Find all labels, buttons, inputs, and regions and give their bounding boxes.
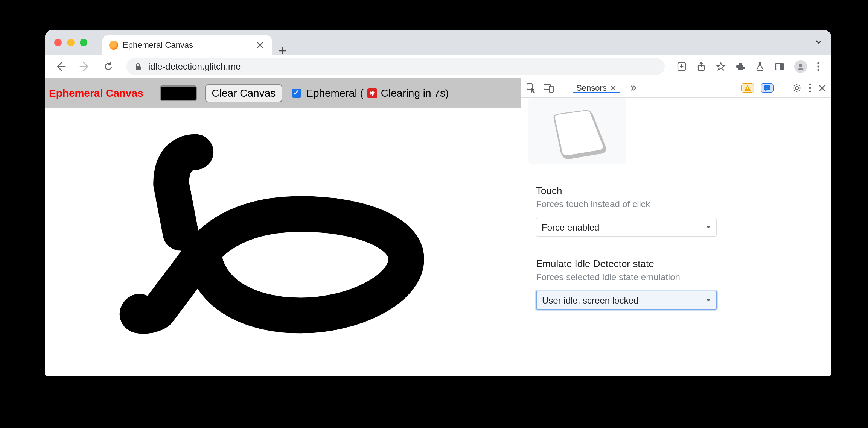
devtools-panel: Sensors xyxy=(521,78,831,376)
labs-icon[interactable] xyxy=(755,62,765,71)
svg-point-7 xyxy=(817,65,819,67)
bookmark-icon[interactable] xyxy=(716,62,726,71)
idle-state-select[interactable]: User idle, screen locked xyxy=(536,291,717,310)
tab-sensors[interactable]: Sensors xyxy=(574,83,618,93)
forward-button[interactable] xyxy=(77,59,93,74)
issues-warning-badge[interactable] xyxy=(741,83,754,93)
url-text: idle-detection.glitch.me xyxy=(148,61,241,72)
address-bar: idle-detection.glitch.me xyxy=(45,55,831,78)
svg-point-6 xyxy=(817,62,819,64)
menu-button[interactable] xyxy=(817,62,820,71)
svg-point-19 xyxy=(809,87,811,89)
back-button[interactable] xyxy=(53,59,69,74)
svg-point-17 xyxy=(795,87,798,90)
svg-rect-12 xyxy=(747,87,748,89)
page-toolbar: Ephemeral Canvas Clear Canvas Ephemeral … xyxy=(45,78,521,108)
phone-icon xyxy=(553,109,606,157)
toolbar-right xyxy=(677,60,824,73)
tabs-dropdown-button[interactable] xyxy=(815,38,823,46)
devtools-body: Touch Forces touch instead of click Forc… xyxy=(521,98,831,376)
ephemeral-label-countdown: Clearing in 7s) xyxy=(381,87,449,99)
divider xyxy=(536,248,816,248)
devtools-tabbar: Sensors xyxy=(521,78,831,98)
settings-icon[interactable] xyxy=(792,83,802,93)
idle-subtitle: Forces selected idle state emulation xyxy=(536,272,816,282)
svg-point-18 xyxy=(809,83,811,85)
close-devtools-button[interactable] xyxy=(818,84,826,92)
orientation-preview[interactable] xyxy=(528,98,626,164)
svg-point-5 xyxy=(799,64,802,67)
browser-tab[interactable]: Ephemeral Canvas xyxy=(102,35,272,55)
extensions-icon[interactable] xyxy=(736,62,745,71)
tab-title: Ephemeral Canvas xyxy=(123,40,251,50)
side-panel-icon[interactable] xyxy=(775,62,784,71)
drawing-canvas[interactable] xyxy=(45,108,521,376)
svg-point-8 xyxy=(817,69,819,71)
divider xyxy=(536,175,816,175)
lock-icon xyxy=(134,62,142,71)
content-area: Ephemeral Canvas Clear Canvas Ephemeral … xyxy=(45,78,831,376)
touch-subtitle: Forces touch instead of click xyxy=(536,199,816,209)
divider xyxy=(536,321,816,321)
window-controls xyxy=(54,30,102,55)
avatar-icon xyxy=(794,60,807,73)
svg-rect-11 xyxy=(549,86,553,92)
more-tabs-button[interactable] xyxy=(629,84,637,92)
devtools-menu-button[interactable] xyxy=(809,83,812,93)
svg-rect-4 xyxy=(780,63,783,70)
clear-canvas-button[interactable]: Clear Canvas xyxy=(205,84,283,102)
favicon-icon xyxy=(109,41,118,50)
svg-point-20 xyxy=(809,90,811,92)
install-app-icon[interactable] xyxy=(677,62,687,71)
issues-info-badge[interactable] xyxy=(761,83,774,93)
inspect-element-icon[interactable] xyxy=(526,83,536,93)
close-tab-icon[interactable] xyxy=(611,85,616,91)
canvas-drawing xyxy=(45,108,521,376)
new-tab-button[interactable] xyxy=(272,47,294,55)
svg-rect-16 xyxy=(765,88,768,88)
idle-title: Emulate Idle Detector state xyxy=(536,258,816,270)
svg-rect-0 xyxy=(136,66,141,70)
page-title: Ephemeral Canvas xyxy=(49,87,152,99)
touch-title: Touch xyxy=(536,185,816,197)
url-input[interactable]: idle-detection.glitch.me xyxy=(126,58,665,75)
ephemeral-toggle[interactable]: Ephemeral (✱ Clearing in 7s) xyxy=(291,87,449,99)
close-window-button[interactable] xyxy=(54,39,62,46)
ephemeral-checkbox[interactable] xyxy=(292,89,301,98)
tab-sensors-label: Sensors xyxy=(576,83,607,93)
profile-button[interactable] xyxy=(794,60,807,73)
page-viewport: Ephemeral Canvas Clear Canvas Ephemeral … xyxy=(45,78,521,376)
device-toggle-icon[interactable] xyxy=(544,83,554,93)
color-picker[interactable] xyxy=(160,85,197,101)
svg-rect-13 xyxy=(747,90,748,90)
separator xyxy=(564,83,564,93)
siren-icon: ✱ xyxy=(367,88,377,98)
close-tab-button[interactable] xyxy=(255,40,265,50)
maximize-window-button[interactable] xyxy=(80,39,87,46)
tab-strip: Ephemeral Canvas xyxy=(45,30,831,55)
touch-select[interactable]: Force enabled xyxy=(536,218,717,237)
svg-rect-14 xyxy=(764,85,770,90)
browser-window: Ephemeral Canvas idle-detection.glitch.m… xyxy=(45,30,831,376)
minimize-window-button[interactable] xyxy=(67,39,75,46)
ephemeral-label-prefix: Ephemeral ( xyxy=(306,87,364,99)
separator xyxy=(783,83,783,93)
share-icon[interactable] xyxy=(696,62,706,71)
reload-button[interactable] xyxy=(101,59,116,74)
svg-rect-15 xyxy=(765,87,769,87)
